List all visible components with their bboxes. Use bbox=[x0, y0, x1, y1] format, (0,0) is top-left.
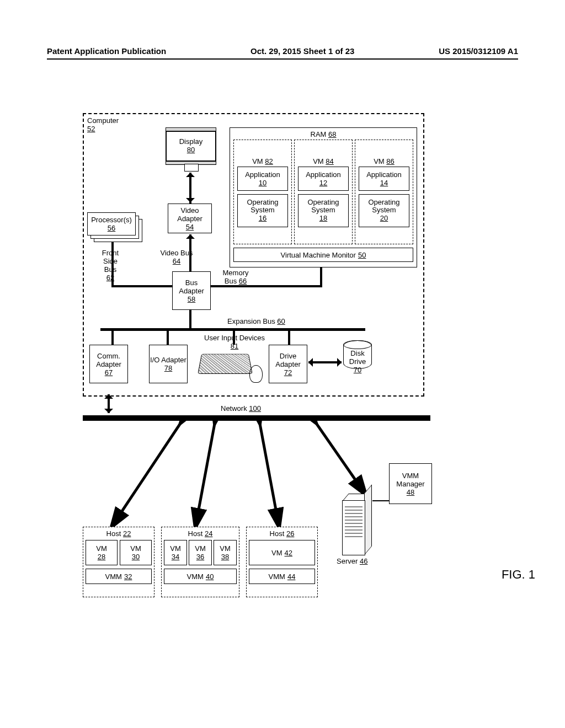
h0-t: Host bbox=[106, 529, 121, 538]
mem-bus-line-h bbox=[211, 285, 321, 287]
mb-n: 66 bbox=[239, 277, 247, 285]
svg-line-0 bbox=[113, 421, 182, 524]
vm0-os-t: Operating System bbox=[238, 199, 287, 215]
host-box-2: Host 26 VM42 VMM44 bbox=[246, 527, 318, 597]
vm0-n: 82 bbox=[265, 157, 273, 165]
video-adapter-box: Video Adapter 54 bbox=[168, 204, 212, 233]
comm-n: 67 bbox=[105, 368, 113, 377]
vm2-app-n: 14 bbox=[380, 179, 388, 187]
h0vm0n: 28 bbox=[98, 553, 105, 561]
h1vm2n: 38 bbox=[221, 553, 229, 561]
va-ba-arrow-up bbox=[186, 230, 195, 239]
processors-box: Processor(s) 56 bbox=[87, 212, 136, 235]
h2vmm-t: VMM bbox=[269, 572, 285, 581]
va-ba-line bbox=[189, 234, 191, 271]
ram-title-block: RAM 68 bbox=[233, 130, 413, 138]
vm1-app-t: Application bbox=[306, 170, 341, 179]
h1-n: 24 bbox=[205, 529, 212, 538]
exp-bus-label: Expansion Bus 60 bbox=[227, 317, 285, 325]
comm-box: Comm. Adapter67 bbox=[89, 345, 128, 383]
header-center: Oct. 29, 2015 Sheet 1 of 23 bbox=[250, 46, 354, 56]
mem-bus-line-v bbox=[320, 267, 322, 287]
h2vm0t: VM bbox=[271, 549, 282, 557]
disk-t: Disk Drive bbox=[349, 349, 366, 366]
fsb-label: FrontSideBus62 bbox=[94, 249, 127, 282]
display-va-arrow-down bbox=[186, 198, 195, 207]
comm-t: Comm. Adapter bbox=[90, 352, 127, 368]
vm1-app-n: 12 bbox=[319, 179, 327, 187]
ram-num: 68 bbox=[328, 130, 336, 138]
h1vm0n: 34 bbox=[172, 553, 179, 561]
h2-n: 26 bbox=[286, 529, 294, 538]
display-group: Display 80 bbox=[166, 127, 216, 172]
page-header: Patent Application Publication Oct. 29, … bbox=[47, 46, 518, 56]
host-box-1: Host 24 VM34 VM36 VM38 VMM40 bbox=[161, 527, 239, 597]
h0vmm-n: 32 bbox=[124, 572, 132, 581]
vmm-manager-box: VMM Manager48 bbox=[389, 463, 432, 504]
proc-t: Processor(s) bbox=[91, 216, 132, 224]
vm2-n: 86 bbox=[386, 157, 394, 165]
video-bus-label: Video Bus64 bbox=[154, 249, 199, 265]
ram-box: RAM 68 VM 82 Application10 Operating Sys… bbox=[230, 127, 417, 267]
vm-box-2: VM 86 Application14 Operating System20 bbox=[355, 140, 413, 244]
comm-net-arrow-up bbox=[104, 390, 113, 399]
proc-n: 56 bbox=[108, 224, 115, 232]
computer-label-block: Computer 52 bbox=[87, 116, 119, 133]
h0vm0t: VM bbox=[96, 544, 107, 553]
vmmm-t: VMM Manager bbox=[390, 472, 431, 488]
vm0-app-t: Application bbox=[245, 170, 280, 179]
vm1-n: 84 bbox=[326, 157, 333, 165]
header-rule bbox=[47, 58, 518, 60]
net-n: 100 bbox=[249, 404, 261, 413]
exp-comm-drop bbox=[111, 329, 114, 345]
exp-t: Expansion Bus bbox=[227, 317, 275, 325]
memory-bus-label: MemoryBus 66 bbox=[216, 269, 255, 285]
net-t: Network bbox=[221, 404, 247, 413]
figure-label: FIG. 1 bbox=[502, 568, 535, 582]
vm2-t: VM bbox=[374, 157, 385, 165]
h0-n: 22 bbox=[123, 529, 131, 538]
da-n: 72 bbox=[284, 368, 292, 377]
disk-label: Disk Drive70 bbox=[345, 349, 370, 374]
host-box-0: Host 22 VM28 VM30 VMM32 bbox=[83, 527, 154, 597]
disk-n: 70 bbox=[354, 366, 361, 374]
user-input-label: User Input Devices 81 bbox=[204, 334, 265, 350]
computer-box: Computer 52 Display 80 RAM 68 bbox=[83, 113, 424, 397]
ram-vmm-box: Virtual Machine Monitor 50 bbox=[233, 248, 413, 262]
ram-vmm-t: Virtual Machine Monitor bbox=[281, 251, 356, 259]
h0vmm-t: VMM bbox=[105, 572, 122, 581]
header-left: Patent Application Publication bbox=[47, 46, 166, 56]
h1vmm-t: VMM bbox=[187, 572, 204, 581]
display-title: Display bbox=[179, 137, 203, 146]
ram-title: RAM bbox=[311, 130, 327, 138]
vmmm-n: 48 bbox=[407, 488, 414, 496]
svg-line-3 bbox=[315, 421, 364, 493]
h1vm0t: VM bbox=[170, 544, 181, 553]
ui-t: User Input Devices bbox=[204, 334, 265, 342]
vb-n: 64 bbox=[173, 257, 180, 265]
vm2-os-n: 20 bbox=[380, 214, 388, 222]
display-num: 80 bbox=[187, 146, 195, 154]
vm2-app-t: Application bbox=[366, 170, 402, 179]
bus-adapter-box: Bus Adapter 58 bbox=[172, 271, 211, 310]
keyboard-icon bbox=[198, 354, 253, 374]
computer-title: Computer bbox=[87, 116, 119, 125]
exp-n: 60 bbox=[277, 317, 285, 325]
ba-exp-line bbox=[189, 310, 191, 329]
h1vm1n: 36 bbox=[196, 553, 204, 561]
vm1-os-n: 18 bbox=[319, 214, 327, 222]
h2vm0n: 42 bbox=[285, 549, 292, 557]
vb-t: Video Bus bbox=[160, 249, 193, 257]
vm-box-0: VM 82 Application10 Operating System16 bbox=[233, 140, 292, 244]
vm1-t: VM bbox=[313, 157, 324, 165]
ba-t: Bus Adapter bbox=[173, 279, 210, 295]
vm-box-1: VM 84 Application12 Operating System18 bbox=[294, 140, 353, 244]
h1vm2t: VM bbox=[220, 544, 231, 553]
svg-line-2 bbox=[259, 421, 279, 524]
page: Patent Application Publication Oct. 29, … bbox=[0, 0, 565, 728]
ram-vmm-n: 50 bbox=[358, 251, 366, 259]
display-va-arrow-up bbox=[186, 168, 195, 177]
vm2-os-t: Operating System bbox=[359, 199, 409, 215]
h2-t: Host bbox=[270, 529, 285, 538]
drive-adapter-box: Drive Adapter72 bbox=[269, 345, 307, 383]
